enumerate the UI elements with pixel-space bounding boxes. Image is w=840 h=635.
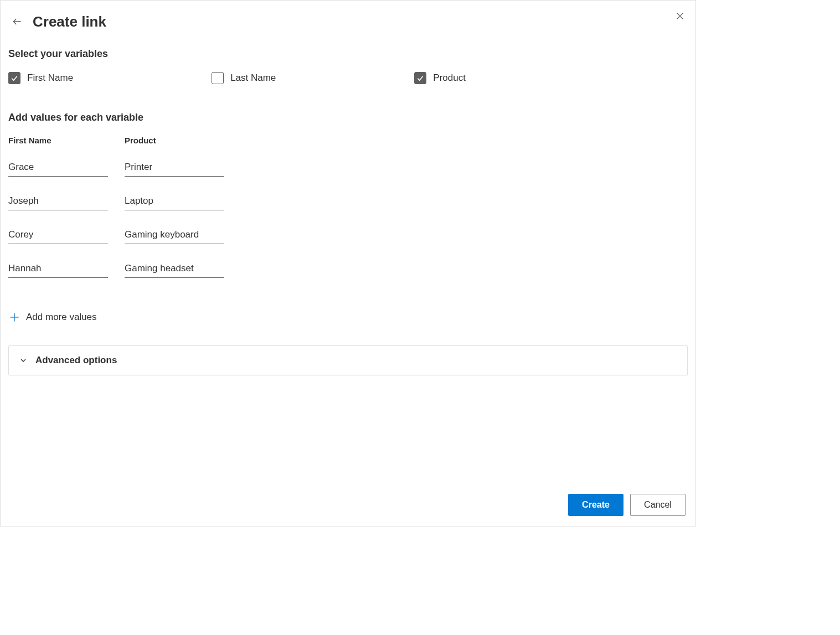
chevron-down-icon <box>19 356 28 365</box>
create-link-dialog: Create link Select your variables First … <box>0 0 696 526</box>
dialog-content: Select your variables First Name Last Na… <box>1 40 695 484</box>
variables-heading: Select your variables <box>8 48 688 60</box>
back-button[interactable] <box>8 13 26 30</box>
value-input[interactable] <box>125 226 224 244</box>
checkbox-box <box>414 72 426 84</box>
value-input[interactable] <box>125 192 224 210</box>
checkbox-box <box>212 72 224 84</box>
variable-checkboxes: First Name Last Name Product <box>8 72 688 84</box>
checkbox-last-name[interactable]: Last Name <box>212 72 276 84</box>
checkmark-icon <box>10 74 19 82</box>
values-table: First Name Product <box>8 136 688 293</box>
checkbox-product[interactable]: Product <box>414 72 466 84</box>
plus-icon <box>8 311 20 323</box>
value-input[interactable] <box>8 192 108 210</box>
create-button[interactable]: Create <box>568 494 623 516</box>
advanced-options-toggle[interactable]: Advanced options <box>8 345 688 375</box>
value-input[interactable] <box>125 158 224 177</box>
values-heading: Add values for each variable <box>8 112 688 123</box>
values-column-first-name: First Name <box>8 136 108 293</box>
column-header: Product <box>125 136 224 145</box>
dialog-header: Create link <box>1 1 695 40</box>
dialog-title: Create link <box>33 13 106 30</box>
checkbox-first-name[interactable]: First Name <box>8 72 73 84</box>
checkbox-box <box>8 72 20 84</box>
checkbox-label: Last Name <box>230 73 276 84</box>
value-input[interactable] <box>8 158 108 177</box>
values-column-product: Product <box>125 136 224 293</box>
advanced-label: Advanced options <box>35 355 117 366</box>
checkbox-label: First Name <box>27 73 73 84</box>
value-input[interactable] <box>125 260 224 278</box>
back-arrow-icon <box>12 16 23 27</box>
add-more-label: Add more values <box>26 312 97 323</box>
value-input[interactable] <box>8 226 108 244</box>
close-icon <box>675 11 685 21</box>
value-input[interactable] <box>8 260 108 278</box>
checkmark-icon <box>416 74 425 82</box>
column-header: First Name <box>8 136 108 145</box>
checkbox-label: Product <box>433 73 466 84</box>
cancel-button[interactable]: Cancel <box>630 494 686 516</box>
dialog-footer: Create Cancel <box>1 484 695 526</box>
add-more-values-button[interactable]: Add more values <box>8 311 688 323</box>
close-button[interactable] <box>671 7 689 25</box>
